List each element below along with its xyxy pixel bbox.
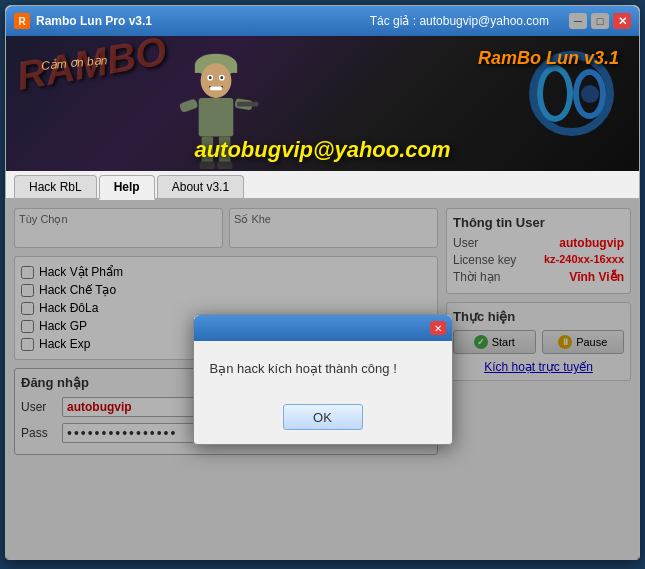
dialog-overlay: ✕ Bạn hack kích hoạt thành công ! OK [6, 200, 639, 559]
dialog-close-button[interactable]: ✕ [430, 321, 446, 335]
tab-about[interactable]: About v3.1 [157, 175, 244, 198]
svg-rect-11 [237, 102, 258, 107]
dialog-message: Bạn hack kích hoạt thành công ! [210, 361, 397, 376]
maximize-button[interactable]: □ [591, 13, 609, 29]
window-title: Rambo Lun Pro v3.1 [36, 14, 370, 28]
tab-hack-rbl[interactable]: Hack RbL [14, 175, 97, 198]
dialog-body: Bạn hack kích hoạt thành công ! [194, 341, 452, 396]
dialog: ✕ Bạn hack kích hoạt thành công ! OK [193, 314, 453, 445]
minimize-button[interactable]: ─ [569, 13, 587, 29]
svg-rect-7 [210, 86, 222, 90]
svg-point-6 [220, 76, 223, 79]
banner-email: autobugvip@yahoo.com [194, 137, 450, 163]
main-window: R Rambo Lun Pro v3.1 Tác giả : autobugvi… [5, 5, 640, 560]
svg-rect-8 [199, 98, 234, 136]
main-content: Tùy Chọn Số Khe Hack Vật Phẩm Hack Chế T… [6, 200, 639, 559]
dialog-ok-button[interactable]: OK [283, 404, 363, 430]
dialog-footer: OK [194, 396, 452, 444]
window-controls: ─ □ ✕ [569, 13, 631, 29]
banner: RAMBO Cảm ơn bạn [6, 36, 639, 171]
svg-point-2 [201, 63, 232, 98]
tabs: Hack RbL Help About v3.1 [6, 171, 639, 200]
svg-rect-9 [179, 98, 199, 113]
window-subtitle: Tác giả : autobugvip@yahoo.com [370, 14, 549, 28]
banner-logo: RamBo Lun v3.1 [478, 48, 619, 69]
app-icon: R [14, 13, 30, 29]
dialog-title-bar: ✕ [194, 315, 452, 341]
svg-point-5 [209, 76, 212, 79]
title-bar: R Rambo Lun Pro v3.1 Tác giả : autobugvi… [6, 6, 639, 36]
tab-help[interactable]: Help [99, 175, 155, 200]
close-button[interactable]: ✕ [613, 13, 631, 29]
